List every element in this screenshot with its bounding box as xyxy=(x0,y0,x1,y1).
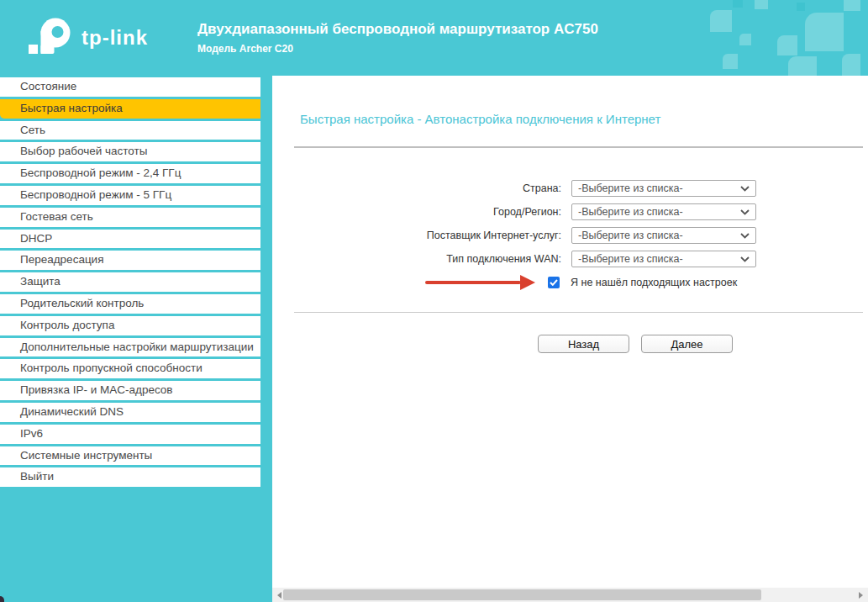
form-row: Город/Регион: -Выберите из списка- xyxy=(272,203,868,220)
no-settings-checkbox[interactable] xyxy=(548,277,560,288)
city-region-select[interactable]: -Выберите из списка- xyxy=(571,203,756,220)
next-button[interactable]: Далее xyxy=(641,335,733,353)
red-arrow-pointer xyxy=(425,281,521,284)
wan-type-label: Тип подключения WAN: xyxy=(272,253,561,265)
country-label: Страна: xyxy=(272,182,561,194)
page-title: Быстрая настройка - Автонастройка подклю… xyxy=(300,112,660,126)
city-region-select-value: -Выберите из списка- xyxy=(578,206,683,218)
isp-label: Поставщик Интернет-услуг: xyxy=(272,230,561,241)
sidebar-item-advanced-routing[interactable]: Дополнительные настройки маршрутизации xyxy=(0,338,260,357)
sidebar-item-ipv6[interactable]: IPv6 xyxy=(0,425,260,444)
no-settings-row: Я не нашёл подходящих настроек xyxy=(548,274,868,291)
form-row: Тип подключения WAN: -Выберите из списка… xyxy=(272,251,868,267)
sidebar-item-wireless-24ghz[interactable]: Беспроводной режим - 2,4 ГГц xyxy=(0,164,260,183)
scrollbar-thumb[interactable] xyxy=(283,589,761,600)
sidebar-divider-strip xyxy=(260,76,272,602)
sidebar-item-operation-mode[interactable]: Выбор рабочей частоты xyxy=(0,142,260,161)
sidebar-item-dynamic-dns[interactable]: Динамический DNS xyxy=(0,403,260,422)
sidebar-menu: Состояние Быстрая настройка Сеть Выбор р… xyxy=(0,76,260,602)
isp-select[interactable]: -Выберите из списка- xyxy=(571,227,756,244)
horizontal-scrollbar[interactable] xyxy=(272,588,868,602)
chevron-down-icon xyxy=(740,209,750,215)
title-divider xyxy=(294,146,863,148)
sidebar-item-network[interactable]: Сеть xyxy=(0,121,260,140)
chevron-down-icon xyxy=(740,256,750,262)
country-select[interactable]: -Выберите из списка- xyxy=(571,180,756,197)
wan-type-select[interactable]: -Выберите из списка- xyxy=(571,251,756,267)
tp-link-logo: tp-link xyxy=(25,18,148,58)
chevron-down-icon xyxy=(740,186,750,192)
device-model: Модель Archer C20 xyxy=(197,43,598,55)
sidebar-item-quick-setup[interactable]: Быстрая настройка xyxy=(0,99,260,119)
sidebar-item-system-tools[interactable]: Системные инструменты xyxy=(0,446,260,466)
no-settings-label: Я не нашёл подходящих настроек xyxy=(571,277,737,288)
triangle-left-icon xyxy=(277,592,281,599)
city-region-label: Город/Регион: xyxy=(272,206,561,218)
chevron-down-icon xyxy=(740,233,750,239)
sidebar-item-logout[interactable]: Выйти xyxy=(0,467,260,487)
form-row: Поставщик Интернет-услуг: -Выберите из с… xyxy=(272,227,868,244)
triangle-right-icon xyxy=(859,592,863,599)
sidebar-item-access-control[interactable]: Контроль доступа xyxy=(0,316,260,335)
logo-text: tp-link xyxy=(82,26,148,50)
sidebar-item-parental-control[interactable]: Родительский контроль xyxy=(0,294,260,314)
buttons-divider xyxy=(294,312,863,313)
sidebar-item-dhcp[interactable]: DHCP xyxy=(0,230,260,249)
red-arrow-pointer-head xyxy=(520,275,535,290)
country-select-value: -Выберите из списка- xyxy=(578,182,683,194)
checkmark-icon xyxy=(550,279,558,286)
wan-type-select-value: -Выберите из списка- xyxy=(578,253,683,265)
sidebar-item-forwarding[interactable]: Переадресация xyxy=(0,251,260,270)
sidebar-item-status[interactable]: Состояние xyxy=(0,77,260,97)
sidebar-item-security[interactable]: Защита xyxy=(0,272,260,292)
back-button[interactable]: Назад xyxy=(538,335,629,353)
main-content: Быстрая настройка - Автонастройка подклю… xyxy=(272,76,868,602)
tp-link-logo-icon xyxy=(25,18,74,58)
isp-select-value: -Выберите из списка- xyxy=(578,230,683,241)
header: tp-link Двухдиапазонный беспроводной мар… xyxy=(0,0,868,76)
sidebar-item-bandwidth-control[interactable]: Контроль пропускной способности xyxy=(0,359,260,378)
quick-setup-form: Страна: -Выберите из списка- Город/Регио… xyxy=(272,180,868,291)
sidebar-item-ip-mac-binding[interactable]: Привязка IP- и MAC-адресов xyxy=(0,381,260,400)
scrollbar-right-arrow[interactable] xyxy=(854,588,868,602)
form-row: Страна: -Выберите из списка- xyxy=(272,180,868,197)
sidebar-item-guest-network[interactable]: Гостевая сеть xyxy=(0,208,260,227)
device-title: Двухдиапазонный беспроводной маршрутизат… xyxy=(197,21,598,38)
sidebar-item-wireless-5ghz[interactable]: Беспроводной режим - 5 ГГц xyxy=(0,186,260,205)
